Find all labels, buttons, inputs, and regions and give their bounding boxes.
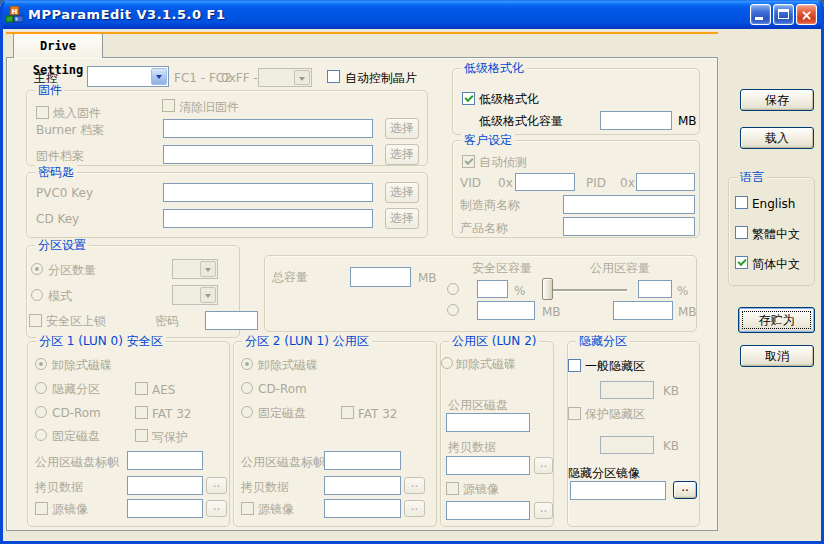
p1-copy-input[interactable] bbox=[127, 476, 203, 495]
low-level-format-title: 低级格式化 bbox=[461, 61, 527, 75]
public-percent-unit: % bbox=[677, 284, 688, 298]
firmware-file-input[interactable] bbox=[163, 145, 373, 164]
burner-file-label: Burner 档案 bbox=[36, 123, 104, 137]
firmware-file-label: 固件档案 bbox=[36, 149, 84, 163]
password-label: 密码 bbox=[155, 314, 179, 328]
p2-copy-browse-button: .. bbox=[404, 477, 425, 494]
auto-chip-label: 自动控制晶片 bbox=[345, 71, 417, 85]
partition1-title: 分区 1 (LUN 0) 安全区 bbox=[36, 334, 166, 348]
p1-fat32-label: FAT 32 bbox=[152, 407, 192, 421]
total-capacity-input[interactable] bbox=[350, 267, 411, 287]
lang-traditional-checkbox[interactable] bbox=[735, 226, 748, 239]
hidden-image-input[interactable] bbox=[570, 481, 666, 500]
title-bar[interactable]: H MPParamEdit V3.1.5.0 F1 × bbox=[0, 0, 824, 29]
close-button[interactable]: × bbox=[796, 4, 817, 25]
tab-drive-setting[interactable]: Drive Setting bbox=[13, 32, 103, 58]
p3-copy-browse-button: .. bbox=[534, 457, 553, 474]
p3-copy-input[interactable] bbox=[446, 456, 530, 475]
p1-removable-radio bbox=[35, 358, 47, 370]
p1-disk-label: 公用区磁盘标帜 bbox=[35, 455, 119, 469]
p2-disk-input[interactable] bbox=[324, 451, 401, 470]
save-as-button[interactable]: 存贮为 bbox=[738, 307, 815, 333]
product-name-input[interactable] bbox=[563, 217, 695, 236]
p1-disk-input[interactable] bbox=[127, 451, 203, 470]
secure-lock-checkbox bbox=[29, 314, 42, 327]
combo-arrow-icon bbox=[200, 287, 216, 303]
mb-mode-radio bbox=[447, 304, 459, 316]
p1-aes-label: AES bbox=[152, 383, 175, 397]
p2-cdrom-label: CD-Rom bbox=[258, 382, 307, 396]
window-title: MPParamEdit V3.1.5.0 F1 bbox=[28, 7, 226, 22]
secure-mb-input[interactable] bbox=[477, 301, 535, 320]
p1-copy-label: 拷贝数据 bbox=[35, 480, 83, 494]
p2-cdrom-radio bbox=[241, 382, 253, 394]
svg-text:H: H bbox=[12, 8, 18, 16]
low-level-format-checkbox[interactable] bbox=[462, 92, 475, 105]
minimize-icon bbox=[755, 17, 763, 20]
combo-arrow-icon bbox=[294, 70, 310, 85]
maximize-button[interactable] bbox=[773, 4, 794, 25]
normal-hidden-checkbox[interactable] bbox=[568, 359, 581, 372]
burner-file-input[interactable] bbox=[163, 119, 373, 138]
master-combobox[interactable] bbox=[87, 66, 169, 87]
cancel-button[interactable]: 取消 bbox=[740, 345, 814, 367]
public-mb-input[interactable] bbox=[613, 301, 673, 320]
lang-english-checkbox[interactable] bbox=[735, 196, 748, 209]
capacity-slider-thumb[interactable] bbox=[542, 278, 553, 300]
password-input[interactable] bbox=[205, 311, 258, 330]
capacity-slider-track[interactable] bbox=[546, 289, 627, 291]
pvc0-key-label: PVC0 Key bbox=[36, 186, 93, 200]
p1-image-browse-button: .. bbox=[206, 500, 227, 517]
p1-hidden-radio bbox=[35, 382, 47, 394]
partition3-title: 公用区 (LUN 2) bbox=[449, 334, 539, 348]
p1-write-protect-checkbox bbox=[135, 429, 148, 442]
tabstrip-accent-line bbox=[6, 32, 718, 34]
cd-key-browse-button: 选择 bbox=[385, 208, 419, 229]
vendor-name-input[interactable] bbox=[563, 195, 695, 214]
secure-percent-input[interactable] bbox=[477, 280, 508, 298]
p2-image-label: 源镜像 bbox=[258, 502, 294, 516]
minimize-button[interactable] bbox=[750, 4, 771, 25]
pid-label: PID bbox=[586, 176, 606, 190]
pid-input[interactable] bbox=[636, 173, 695, 191]
p1-cdrom-radio bbox=[35, 406, 47, 418]
p2-copy-input[interactable] bbox=[324, 476, 401, 495]
secure-lock-label: 安全区上锁 bbox=[46, 314, 106, 328]
burn-firmware-checkbox bbox=[36, 106, 49, 119]
p1-cdrom-label: CD-Rom bbox=[52, 406, 101, 420]
app-window: H MPParamEdit V3.1.5.0 F1 × Drive Settin… bbox=[0, 0, 824, 544]
vendor-name-label: 制造商名称 bbox=[460, 198, 520, 212]
hidden-image-browse-button[interactable]: .. bbox=[673, 481, 697, 499]
p2-removable-label: 卸除式磁碟 bbox=[258, 358, 318, 372]
combo-arrow-icon bbox=[200, 261, 216, 277]
lang-simplified-label: 简体中文 bbox=[752, 257, 800, 271]
pvc0-key-input[interactable] bbox=[163, 183, 373, 202]
low-level-capacity-input[interactable] bbox=[600, 111, 672, 130]
p3-disk-input[interactable] bbox=[446, 413, 530, 432]
p2-copy-label: 拷贝数据 bbox=[241, 480, 289, 494]
p2-image-input[interactable] bbox=[324, 499, 401, 518]
p3-image-input[interactable] bbox=[446, 501, 530, 520]
mode-combobox bbox=[172, 285, 218, 305]
save-button[interactable]: 保存 bbox=[740, 89, 814, 111]
combo-arrow-icon[interactable] bbox=[151, 68, 167, 85]
p2-disk-label: 公用区磁盘标帜 bbox=[241, 455, 325, 469]
lang-simplified-checkbox[interactable] bbox=[735, 256, 748, 269]
secure-percent-unit: % bbox=[514, 284, 525, 298]
p1-image-checkbox bbox=[35, 502, 48, 515]
app-icon: H bbox=[6, 6, 23, 23]
p3-removable-label: 卸除式磁碟 bbox=[456, 357, 516, 371]
p1-image-input[interactable] bbox=[127, 499, 203, 518]
public-mb-unit: MB bbox=[678, 305, 697, 319]
low-level-format-label: 低级格式化 bbox=[479, 92, 539, 106]
public-percent-input[interactable] bbox=[638, 280, 672, 298]
protect-hidden-size-input bbox=[600, 436, 654, 454]
p3-image-label: 源镜像 bbox=[463, 482, 499, 496]
vid-input[interactable] bbox=[515, 173, 575, 191]
cd-key-input[interactable] bbox=[163, 209, 373, 228]
auto-chip-checkbox[interactable] bbox=[327, 70, 340, 83]
load-button[interactable]: 载入 bbox=[740, 127, 814, 149]
vid-label: VID bbox=[460, 176, 481, 190]
p2-image-browse-button: .. bbox=[404, 500, 425, 517]
secure-capacity-label: 安全区容量 bbox=[472, 261, 532, 275]
